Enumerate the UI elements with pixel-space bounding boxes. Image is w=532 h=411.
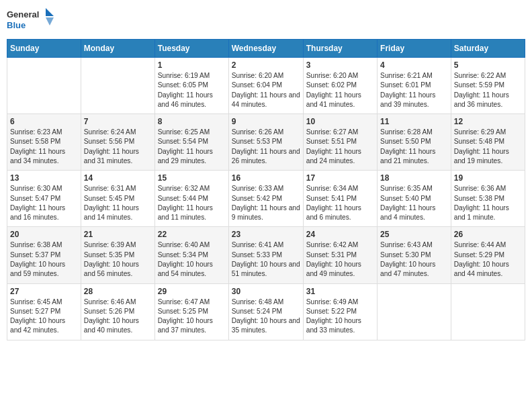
day-info: Sunrise: 6:21 AMSunset: 6:01 PMDaylight:…	[380, 71, 448, 109]
day-info: Sunrise: 6:43 AMSunset: 5:30 PMDaylight:…	[380, 240, 448, 279]
day-number: 2	[232, 60, 300, 70]
day-info: Sunrise: 6:19 AMSunset: 6:05 PMDaylight:…	[158, 71, 226, 109]
calendar-cell: 14Sunrise: 6:31 AMSunset: 5:45 PMDayligh…	[81, 171, 154, 227]
calendar-cell: 15Sunrise: 6:32 AMSunset: 5:44 PMDayligh…	[154, 171, 228, 227]
day-info: Sunrise: 6:47 AMSunset: 5:25 PMDaylight:…	[158, 298, 226, 336]
col-header-tuesday: Tuesday	[154, 40, 228, 58]
day-info: Sunrise: 6:41 AMSunset: 5:33 PMDaylight:…	[232, 240, 300, 279]
day-number: 4	[380, 60, 448, 70]
day-number: 12	[454, 117, 522, 126]
day-number: 15	[158, 173, 226, 183]
day-number: 26	[454, 230, 522, 239]
calendar-cell: 24Sunrise: 6:42 AMSunset: 5:31 PMDayligh…	[303, 227, 377, 283]
day-info: Sunrise: 6:46 AMSunset: 5:26 PMDaylight:…	[84, 298, 152, 336]
day-number: 27	[10, 287, 78, 296]
day-number: 14	[84, 173, 152, 183]
calendar-header-row: SundayMondayTuesdayWednesdayThursdayFrid…	[7, 40, 525, 58]
day-number: 19	[454, 173, 522, 183]
calendar-cell: 28Sunrise: 6:46 AMSunset: 5:26 PMDayligh…	[81, 283, 154, 340]
calendar-week-row: 27Sunrise: 6:45 AMSunset: 5:27 PMDayligh…	[7, 283, 525, 340]
day-number: 8	[158, 117, 226, 126]
calendar-cell: 18Sunrise: 6:35 AMSunset: 5:40 PMDayligh…	[378, 171, 451, 227]
page-header: General Blue	[7, 7, 525, 34]
day-info: Sunrise: 6:31 AMSunset: 5:45 PMDaylight:…	[84, 184, 152, 222]
day-info: Sunrise: 6:22 AMSunset: 5:59 PMDaylight:…	[454, 71, 522, 109]
day-info: Sunrise: 6:42 AMSunset: 5:31 PMDaylight:…	[306, 240, 374, 279]
day-number: 17	[306, 173, 374, 183]
day-number: 29	[158, 287, 226, 296]
day-info: Sunrise: 6:28 AMSunset: 5:50 PMDaylight:…	[380, 128, 448, 166]
calendar-cell: 6Sunrise: 6:23 AMSunset: 5:58 PMDaylight…	[7, 114, 81, 171]
calendar-cell: 4Sunrise: 6:21 AMSunset: 6:01 PMDaylight…	[378, 58, 451, 114]
day-number: 6	[10, 117, 78, 126]
logo: General Blue	[7, 7, 54, 34]
calendar-cell: 5Sunrise: 6:22 AMSunset: 5:59 PMDaylight…	[451, 58, 525, 114]
day-number: 10	[306, 117, 374, 126]
day-number: 31	[306, 287, 374, 296]
calendar-cell: 8Sunrise: 6:25 AMSunset: 5:54 PMDaylight…	[154, 114, 228, 171]
day-info: Sunrise: 6:25 AMSunset: 5:54 PMDaylight:…	[158, 128, 226, 166]
calendar-table: SundayMondayTuesdayWednesdayThursdayFrid…	[7, 39, 525, 340]
calendar-cell: 22Sunrise: 6:40 AMSunset: 5:34 PMDayligh…	[154, 227, 228, 283]
calendar-cell: 29Sunrise: 6:47 AMSunset: 5:25 PMDayligh…	[154, 283, 228, 340]
day-info: Sunrise: 6:27 AMSunset: 5:51 PMDaylight:…	[306, 128, 374, 166]
calendar-cell	[451, 283, 525, 340]
col-header-monday: Monday	[81, 40, 154, 58]
calendar-week-row: 20Sunrise: 6:38 AMSunset: 5:37 PMDayligh…	[7, 227, 525, 283]
calendar-cell: 31Sunrise: 6:49 AMSunset: 5:22 PMDayligh…	[303, 283, 377, 340]
day-info: Sunrise: 6:39 AMSunset: 5:35 PMDaylight:…	[84, 240, 152, 279]
col-header-sunday: Sunday	[7, 40, 81, 58]
day-info: Sunrise: 6:32 AMSunset: 5:44 PMDaylight:…	[158, 184, 226, 222]
calendar-cell: 16Sunrise: 6:33 AMSunset: 5:42 PMDayligh…	[228, 171, 303, 227]
day-info: Sunrise: 6:23 AMSunset: 5:58 PMDaylight:…	[10, 128, 78, 166]
calendar-cell: 23Sunrise: 6:41 AMSunset: 5:33 PMDayligh…	[228, 227, 303, 283]
day-info: Sunrise: 6:26 AMSunset: 5:53 PMDaylight:…	[232, 128, 300, 166]
col-header-wednesday: Wednesday	[228, 40, 303, 58]
day-number: 24	[306, 230, 374, 239]
calendar-cell	[378, 283, 451, 340]
calendar-week-row: 13Sunrise: 6:30 AMSunset: 5:47 PMDayligh…	[7, 171, 525, 227]
col-header-saturday: Saturday	[451, 40, 525, 58]
calendar-cell: 17Sunrise: 6:34 AMSunset: 5:41 PMDayligh…	[303, 171, 377, 227]
calendar-cell: 12Sunrise: 6:29 AMSunset: 5:48 PMDayligh…	[451, 114, 525, 171]
calendar-cell: 19Sunrise: 6:36 AMSunset: 5:38 PMDayligh…	[451, 171, 525, 227]
calendar-cell: 10Sunrise: 6:27 AMSunset: 5:51 PMDayligh…	[303, 114, 377, 171]
day-number: 23	[232, 230, 300, 239]
day-number: 28	[84, 287, 152, 296]
day-number: 16	[232, 173, 300, 183]
svg-marker-3	[46, 17, 54, 26]
day-number: 5	[454, 60, 522, 70]
day-info: Sunrise: 6:49 AMSunset: 5:22 PMDaylight:…	[306, 298, 374, 336]
day-info: Sunrise: 6:20 AMSunset: 6:04 PMDaylight:…	[232, 71, 300, 109]
calendar-cell: 1Sunrise: 6:19 AMSunset: 6:05 PMDaylight…	[154, 58, 228, 114]
day-number: 18	[380, 173, 448, 183]
day-info: Sunrise: 6:30 AMSunset: 5:47 PMDaylight:…	[10, 184, 78, 222]
day-number: 1	[158, 60, 226, 70]
svg-marker-2	[46, 8, 54, 16]
day-info: Sunrise: 6:44 AMSunset: 5:29 PMDaylight:…	[454, 240, 522, 279]
day-info: Sunrise: 6:20 AMSunset: 6:02 PMDaylight:…	[306, 71, 374, 109]
day-info: Sunrise: 6:29 AMSunset: 5:48 PMDaylight:…	[454, 128, 522, 166]
calendar-cell: 11Sunrise: 6:28 AMSunset: 5:50 PMDayligh…	[378, 114, 451, 171]
col-header-thursday: Thursday	[303, 40, 377, 58]
calendar-week-row: 6Sunrise: 6:23 AMSunset: 5:58 PMDaylight…	[7, 114, 525, 171]
svg-text:General: General	[7, 9, 39, 19]
calendar-cell: 26Sunrise: 6:44 AMSunset: 5:29 PMDayligh…	[451, 227, 525, 283]
calendar-cell: 2Sunrise: 6:20 AMSunset: 6:04 PMDaylight…	[228, 58, 303, 114]
day-info: Sunrise: 6:33 AMSunset: 5:42 PMDaylight:…	[232, 184, 300, 222]
day-info: Sunrise: 6:36 AMSunset: 5:38 PMDaylight:…	[454, 184, 522, 222]
calendar-cell	[81, 58, 154, 114]
day-number: 25	[380, 230, 448, 239]
day-number: 7	[84, 117, 152, 126]
calendar-cell: 3Sunrise: 6:20 AMSunset: 6:02 PMDaylight…	[303, 58, 377, 114]
day-info: Sunrise: 6:48 AMSunset: 5:24 PMDaylight:…	[232, 298, 300, 336]
calendar-cell: 20Sunrise: 6:38 AMSunset: 5:37 PMDayligh…	[7, 227, 81, 283]
day-number: 22	[158, 230, 226, 239]
calendar-cell: 9Sunrise: 6:26 AMSunset: 5:53 PMDaylight…	[228, 114, 303, 171]
day-number: 9	[232, 117, 300, 126]
calendar-cell: 7Sunrise: 6:24 AMSunset: 5:56 PMDaylight…	[81, 114, 154, 171]
calendar-cell: 30Sunrise: 6:48 AMSunset: 5:24 PMDayligh…	[228, 283, 303, 340]
day-info: Sunrise: 6:40 AMSunset: 5:34 PMDaylight:…	[158, 240, 226, 279]
day-number: 3	[306, 60, 374, 70]
calendar-cell: 27Sunrise: 6:45 AMSunset: 5:27 PMDayligh…	[7, 283, 81, 340]
